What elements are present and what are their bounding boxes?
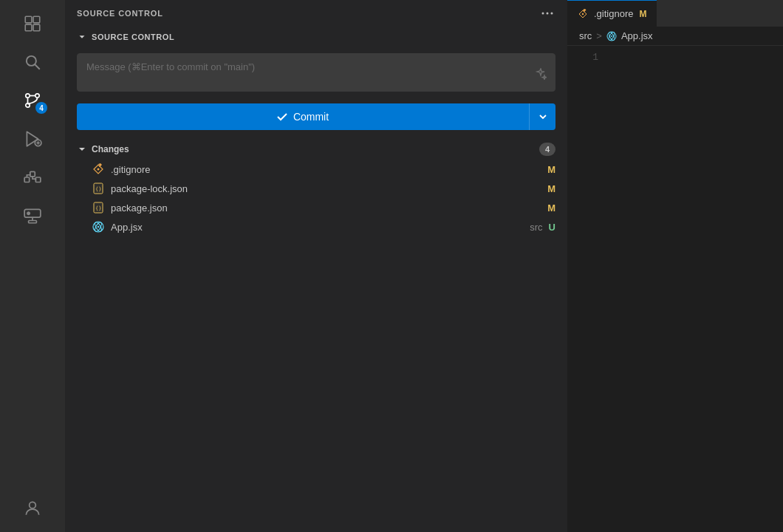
svg-point-8 [26, 94, 30, 98]
breadcrumb-jsx-icon [606, 31, 617, 41]
commit-button-wrapper: Commit [77, 103, 555, 130]
editor-area: .gitignore M src > App.jsx 1 [567, 0, 783, 532]
ai-commit-button[interactable] [532, 65, 550, 83]
svg-rect-12 [24, 177, 30, 183]
svg-point-18 [27, 212, 30, 214]
svg-text:{}: {} [95, 186, 101, 192]
breadcrumb: src > App.jsx [567, 27, 783, 46]
jsx-icon [92, 220, 105, 233]
svg-point-19 [30, 502, 36, 508]
file-name: .gitignore [111, 164, 541, 175]
changes-section: Changes 4 .gitignore M {} [65, 139, 567, 532]
file-status: M [547, 183, 555, 194]
activity-item-run[interactable] [15, 121, 50, 157]
svg-point-31 [98, 226, 99, 228]
editor-tab-status: M [639, 9, 646, 19]
activity-bar: 4 [0, 0, 65, 532]
panel-header: SOURCE CONTROL [65, 0, 567, 27]
chevron-down-icon [77, 32, 87, 42]
commit-button[interactable]: Commit [77, 103, 529, 130]
svg-point-7 [35, 94, 39, 98]
changes-header-left: Changes [77, 144, 129, 154]
svg-rect-2 [25, 24, 32, 31]
svg-rect-13 [30, 171, 35, 177]
svg-rect-0 [25, 16, 32, 23]
commit-message-wrapper [77, 53, 555, 95]
json-file-icon: {} [92, 202, 104, 214]
chevron-down-icon [538, 112, 547, 121]
line-number: 1 [573, 52, 598, 63]
file-name: package-lock.json [111, 183, 541, 194]
file-status: M [547, 164, 555, 175]
svg-rect-14 [35, 177, 41, 183]
file-item-package[interactable]: {} package.json M [65, 198, 567, 217]
json-file-icon: {} [92, 183, 104, 194]
breadcrumb-file[interactable]: App.jsx [621, 30, 653, 41]
svg-point-22 [551, 13, 553, 15]
line-numbers: 1 [567, 52, 604, 526]
sc-section-header[interactable]: SOURCE CONTROL [65, 27, 567, 47]
svg-point-23 [98, 168, 100, 171]
editor-content: 1 [567, 46, 783, 532]
svg-point-20 [542, 13, 544, 15]
activity-item-accounts[interactable] [15, 491, 50, 526]
gitignore-tab-icon [578, 9, 588, 19]
code-area[interactable] [604, 52, 783, 526]
commit-label: Commit [293, 111, 329, 123]
editor-tab-name: .gitignore [594, 8, 633, 19]
activity-item-extensions[interactable] [15, 160, 50, 195]
panel-title: SOURCE CONTROL [77, 9, 163, 18]
json-icon: {} [92, 182, 105, 195]
json-icon: {} [92, 201, 105, 214]
breadcrumb-src[interactable]: src [579, 30, 592, 41]
file-status: M [547, 202, 555, 214]
svg-text:{}: {} [95, 205, 101, 211]
svg-point-32 [582, 13, 584, 14]
svg-rect-16 [29, 221, 37, 223]
commit-message-input[interactable] [77, 53, 555, 92]
file-path: src [530, 222, 542, 233]
panel-actions [539, 5, 555, 21]
chevron-down-icon [77, 144, 87, 154]
svg-point-36 [611, 35, 612, 37]
changes-title: Changes [92, 144, 129, 154]
file-item-package-lock[interactable]: {} package-lock.json M [65, 179, 567, 198]
editor-tabs: .gitignore M [567, 0, 783, 27]
svg-line-5 [35, 64, 40, 69]
svg-point-4 [27, 56, 36, 66]
sc-section-title: SOURCE CONTROL [92, 33, 174, 41]
editor-tab-gitignore[interactable]: .gitignore M [567, 0, 657, 27]
more-actions-button[interactable] [539, 5, 555, 21]
breadcrumb-separator: > [596, 30, 602, 41]
file-name: App.jsx [111, 222, 521, 233]
gitignore-icon [92, 163, 105, 176]
activity-item-remote[interactable] [15, 198, 50, 233]
checkmark-icon [277, 112, 287, 122]
svg-rect-3 [33, 24, 40, 31]
file-name: package.json [111, 202, 541, 214]
svg-point-21 [547, 13, 549, 15]
source-control-badge: 4 [35, 102, 47, 114]
activity-item-source-control[interactable]: 4 [15, 83, 50, 118]
file-item-gitignore[interactable]: .gitignore M [65, 160, 567, 179]
source-control-panel: SOURCE CONTROL SOURCE CONTROL [65, 0, 567, 532]
changes-count-badge: 4 [539, 143, 555, 156]
activity-item-explorer[interactable] [15, 6, 50, 41]
file-item-app-jsx[interactable]: App.jsx src U [65, 217, 567, 236]
jsx-file-icon [92, 221, 104, 233]
commit-dropdown-button[interactable] [529, 103, 555, 130]
activity-item-search[interactable] [15, 44, 50, 80]
file-status: U [549, 222, 555, 233]
changes-header[interactable]: Changes 4 [65, 139, 567, 160]
git-icon [92, 163, 104, 175]
svg-rect-1 [33, 16, 40, 23]
